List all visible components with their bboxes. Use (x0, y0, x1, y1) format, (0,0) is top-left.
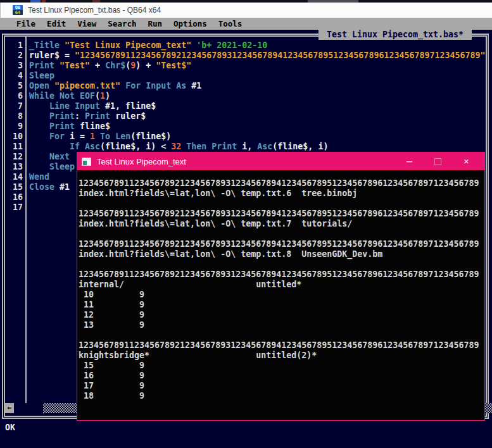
code-token: #1 (60, 182, 70, 192)
menu-item-search[interactable]: Search (108, 19, 136, 28)
line-number: 4 (4, 71, 23, 81)
code-token: "123456789112345678921234567893123456789… (75, 51, 485, 60)
console-line: 1234567891123456789212345678931234567894… (79, 209, 479, 219)
code-token: Line Input (49, 101, 105, 111)
menu-item-edit[interactable]: Edit (47, 19, 66, 28)
code-token (29, 142, 70, 151)
menu-item-file[interactable]: File (16, 19, 35, 28)
code-token (120, 81, 125, 90)
line-number: 13 (4, 162, 23, 172)
code-token: "pipecom.txt" (54, 81, 120, 90)
code-token: "Test$" (156, 61, 191, 70)
code-token: ( (125, 61, 130, 70)
console-line (79, 199, 479, 209)
menu-bar: FileEditViewSearchRunOptionsTools (0, 18, 492, 30)
line-number: 9 (4, 121, 23, 132)
code-token: ( (95, 91, 100, 101)
line-number: 15 (4, 182, 23, 192)
code-token: #1 (191, 81, 201, 90)
code-token: Wend (29, 172, 49, 182)
code-line: For i = 1 To Len(fline$) (29, 132, 486, 142)
code-line: Print fline$ (29, 121, 486, 132)
scroll-left-button[interactable]: ← (5, 403, 14, 413)
line-number: 12 (4, 152, 23, 162)
code-token: Asc (257, 142, 272, 151)
code-token: fline$ (80, 121, 110, 131)
menu-item-tools[interactable]: Tools (218, 19, 243, 28)
line-number: 11 (4, 142, 23, 152)
code-token: Chr$ (105, 61, 125, 70)
line-number: 1 (4, 40, 23, 51)
code-token: If Asc (70, 142, 100, 151)
code-token (29, 152, 49, 161)
code-token: + (90, 61, 105, 70)
code-line: Open "pipecom.txt" For Input As #1 (29, 81, 486, 91)
code-token: ) + (136, 61, 156, 70)
line-number: 3 (4, 61, 23, 71)
console-line (79, 229, 479, 239)
code-token: To Len (95, 132, 130, 141)
code-token (29, 111, 49, 121)
minimize-button[interactable]: – (395, 153, 424, 170)
line-number: 17 (4, 202, 23, 213)
code-token (29, 101, 49, 111)
code-line: Print: Print ruler$ (29, 111, 486, 121)
menu-item-run[interactable]: Run (148, 19, 162, 28)
console-line: index.html?fields\=lat,lon\ -O\ temp.txt… (79, 189, 479, 199)
console-line: index.html?fields\=lat,lon\ -O\ temp.txt… (79, 219, 479, 229)
console-title-bar[interactable]: Test Linux Pipecom_text – ✕ (77, 152, 484, 170)
code-token: i = (70, 132, 90, 141)
line-number: 7 (4, 101, 23, 111)
console-window: Test Linux Pipecom_text – ✕ 123456789112… (77, 152, 485, 421)
code-token: "Test" (60, 61, 90, 70)
code-token: i, (242, 142, 257, 151)
menu-item-view[interactable]: View (77, 19, 96, 28)
console-line: 18 9 (79, 391, 479, 401)
console-line: 13 9 (79, 320, 479, 330)
console-line: 1234567891123456789212345678931234567894… (79, 178, 479, 189)
code-line: _Title "Test Linux Pipecom_text" 'b+ 202… (29, 40, 486, 51)
window-title: Test Linux Pipecom_txt.bas - QB64 x64 (28, 6, 161, 15)
line-number: 2 (4, 51, 23, 61)
code-line: While Not EOF(1) (29, 91, 486, 101)
code-token: Open (29, 81, 54, 90)
scrollbar-thumb[interactable] (14, 403, 43, 413)
menu-item-options[interactable]: Options (173, 19, 207, 28)
console-window-icon (82, 158, 91, 166)
code-token (29, 132, 49, 141)
line-number: 5 (4, 81, 23, 91)
console-line (79, 259, 479, 270)
line-number-gutter: 1234567891011121314151617 (4, 40, 23, 213)
code-token: While Not EOF (29, 91, 95, 101)
window-title-bar[interactable]: QB64 Test Linux Pipecom_txt.bas - QB64 x… (0, 3, 492, 18)
qb64-ide-window: QB64 Test Linux Pipecom_txt.bas - QB64 x… (0, 0, 492, 448)
code-line: Print "Test" + Chr$(9) + "Test$" (29, 61, 486, 71)
code-token (191, 40, 196, 50)
status-bar: OK (5, 423, 15, 432)
code-token: #1, fline$ (105, 101, 156, 111)
status-text: OK (5, 423, 15, 432)
console-line: 1234567891123456789212345678931234567894… (79, 239, 479, 249)
code-token: Print (49, 121, 80, 131)
code-token: "Test Linux Pipecom_text" (65, 40, 191, 50)
console-line: 11 9 (79, 300, 479, 310)
code-token: (fline$) (130, 132, 171, 141)
app-icon: QB64 (13, 5, 23, 15)
console-line: 17 9 (79, 381, 479, 391)
line-number: 8 (4, 111, 23, 121)
maximize-button[interactable] (424, 156, 452, 168)
code-token (29, 162, 49, 171)
code-token: Print (49, 111, 75, 121)
code-token: For (49, 132, 70, 141)
console-line: 1234567891123456789212345678931234567894… (79, 270, 479, 280)
code-token: Print (29, 61, 60, 70)
console-title: Test Linux Pipecom_text (97, 157, 395, 166)
code-token: (fline$, i) (272, 142, 328, 151)
code-token: ruler$ = (29, 51, 75, 60)
code-token: Close (29, 182, 60, 192)
tab-current-file[interactable]: Test Linux Pipecom_txt.bas* (319, 30, 472, 40)
console-line: 15 9 (79, 361, 479, 371)
console-line: knightsbridge* untitled(2)* (79, 351, 479, 361)
close-button[interactable]: ✕ (452, 152, 481, 170)
line-number: 16 (4, 192, 23, 202)
